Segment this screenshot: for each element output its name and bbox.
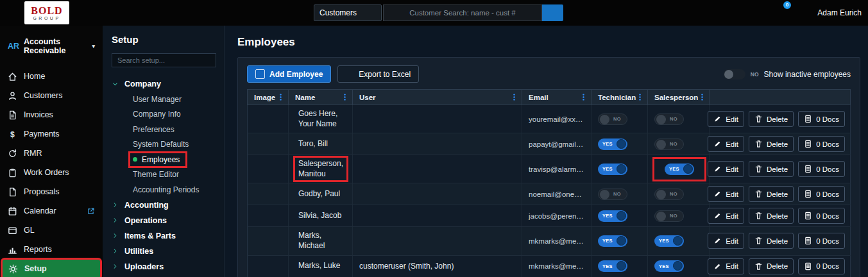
edit-button[interactable]: Edit — [708, 111, 744, 127]
edit-button[interactable]: Edit — [708, 208, 744, 224]
sidebar-item-payments[interactable]: $Payments — [0, 124, 103, 144]
search-context-select[interactable]: Customers — [314, 4, 382, 21]
technician-toggle[interactable]: YES — [598, 260, 627, 272]
delete-button[interactable]: Delete — [749, 258, 794, 274]
sidebar-item-rmr[interactable]: RMR — [0, 144, 103, 163]
technician-cell: NO — [591, 183, 648, 205]
column-header-user[interactable]: User — [353, 90, 522, 105]
edit-button[interactable]: Edit — [708, 136, 744, 152]
dots-icon — [510, 93, 518, 101]
salesperson-toggle[interactable]: NO — [654, 138, 684, 150]
sidebar-item-reports[interactable]: Reports — [0, 240, 103, 259]
sidebar-item-gl[interactable]: GL — [0, 221, 103, 240]
sidebar-item-customers[interactable]: Customers — [0, 86, 103, 105]
salesperson-toggle[interactable]: YES — [654, 260, 684, 272]
column-header-email[interactable]: Email — [522, 90, 591, 105]
trash-icon — [754, 165, 763, 173]
docs-button[interactable]: 0 Docs — [798, 186, 845, 202]
topbar-right: 0 Adam Eurich — [754, 0, 862, 26]
delete-button[interactable]: Delete — [749, 161, 794, 177]
app-initials: AR — [8, 42, 19, 51]
setup-search-input[interactable] — [112, 53, 216, 67]
edit-button[interactable]: Edit — [708, 258, 744, 274]
docs-button[interactable]: 0 Docs — [798, 208, 845, 224]
edit-button[interactable]: Edit — [708, 161, 744, 177]
technician-toggle[interactable]: NO — [598, 113, 627, 125]
toggle-state-label: NO — [670, 213, 677, 219]
setup-item-system-defaults[interactable]: System Defaults — [112, 137, 216, 153]
help-icon[interactable] — [754, 7, 765, 19]
setup-group-accounting[interactable]: Accounting — [112, 197, 216, 213]
setup-item-inner: Accounting Periods — [130, 183, 205, 196]
sidebar-item-home[interactable]: Home — [0, 67, 103, 86]
column-header-technician[interactable]: Technician — [591, 90, 648, 105]
setup-item-inner: Theme Editor — [130, 168, 185, 181]
technician-toggle[interactable]: YES — [598, 138, 627, 150]
docs-button[interactable]: 0 Docs — [798, 233, 845, 249]
technician-toggle[interactable]: YES — [598, 210, 627, 222]
docs-button[interactable]: 0 Docs — [798, 258, 845, 274]
setup-group-company[interactable]: Company — [112, 76, 216, 92]
show-inactive-toggle[interactable] — [724, 69, 745, 80]
delete-button[interactable]: Delete — [749, 208, 794, 224]
docs-button[interactable]: 0 Docs — [798, 161, 845, 177]
setup-group-utilities[interactable]: Utilities — [112, 244, 216, 259]
column-header-image[interactable]: Image — [248, 90, 289, 105]
setup-item-employees[interactable]: Employees — [112, 152, 216, 167]
toggle-knob — [600, 115, 609, 124]
docs-button[interactable]: 0 Docs — [798, 136, 845, 152]
technician-toggle[interactable]: NO — [598, 189, 627, 200]
setup-group-uploaders[interactable]: Uploaders — [112, 259, 216, 274]
sidebar-item-invoices[interactable]: Invoices — [0, 105, 103, 124]
column-header-salesperson[interactable]: Salesperson — [648, 90, 710, 105]
add-employee-button[interactable]: Add Employee — [247, 65, 331, 83]
salesperson-toggle[interactable]: NO — [654, 113, 684, 125]
technician-toggle[interactable]: YES — [598, 164, 627, 175]
setup-item-user-manager[interactable]: User Manager — [112, 92, 216, 107]
table-row: Marks, Michaelmkmarks@me.comYESYESEditDe… — [247, 227, 851, 255]
delete-button[interactable]: Delete — [749, 233, 794, 249]
edit-button[interactable]: Edit — [708, 233, 744, 249]
docs-button[interactable]: 0 Docs — [798, 111, 845, 127]
salesperson-toggle[interactable]: YES — [654, 235, 684, 247]
technician-toggle[interactable]: YES — [598, 235, 627, 247]
customer-search-input[interactable] — [383, 4, 542, 21]
setup-group-label: Items & Parts — [124, 231, 176, 240]
setup-item-preferences[interactable]: Preferences — [112, 122, 216, 137]
column-header-name[interactable]: Name — [289, 90, 353, 105]
user-avatar-icon[interactable] — [796, 7, 808, 19]
delete-button[interactable]: Delete — [749, 186, 794, 202]
setup-group-exports[interactable]: Exports — [112, 274, 216, 277]
salesperson-toggle[interactable]: NO — [654, 189, 684, 200]
setup-group-items-parts[interactable]: Items & Parts — [112, 228, 216, 244]
card-icon — [8, 226, 17, 235]
sidebar-item-proposals[interactable]: Proposals — [0, 182, 103, 201]
notifications-button[interactable]: 0 — [775, 6, 787, 20]
setup-item-company-info[interactable]: Company Info — [112, 107, 216, 122]
sidebar-item-setup[interactable]: Setup — [3, 260, 100, 277]
app-switcher[interactable]: AR Accounts Receivable ▾ — [0, 27, 103, 62]
sidebar-item-work-orders[interactable]: Work Orders — [0, 163, 103, 182]
setup-group-operations[interactable]: Operations — [112, 213, 216, 228]
trash-icon — [754, 262, 763, 271]
sidebar-item-calendar[interactable]: Calendar — [0, 201, 103, 221]
export-excel-button[interactable]: Export to Excel — [337, 65, 419, 83]
search-button[interactable] — [542, 4, 563, 21]
chevron-right-icon — [112, 248, 119, 255]
salesperson-toggle[interactable]: NO — [654, 210, 684, 222]
pencil-icon — [713, 212, 722, 220]
delete-button[interactable]: Delete — [749, 111, 794, 127]
salesperson-toggle[interactable]: YES — [665, 164, 694, 175]
toggle-state-label: YES — [659, 264, 669, 269]
employee-user-cell — [353, 227, 522, 255]
docfile-icon — [804, 165, 812, 173]
table-row: Goes Here, Your Nameyouremail@xxxxx...NO… — [247, 105, 851, 133]
main-sidebar: AR Accounts Receivable ▾ HomeCustomersIn… — [0, 26, 103, 277]
setup-item-theme-editor[interactable]: Theme Editor — [112, 167, 216, 183]
setup-item-accounting-periods[interactable]: Accounting Periods — [112, 182, 216, 197]
doc-icon — [8, 187, 17, 197]
delete-button[interactable]: Delete — [749, 136, 794, 152]
edit-button[interactable]: Edit — [708, 186, 744, 202]
pencil-icon — [713, 262, 722, 271]
table-row: Marks, Lukecustomeruser (Smith, John)mkm… — [247, 256, 851, 277]
